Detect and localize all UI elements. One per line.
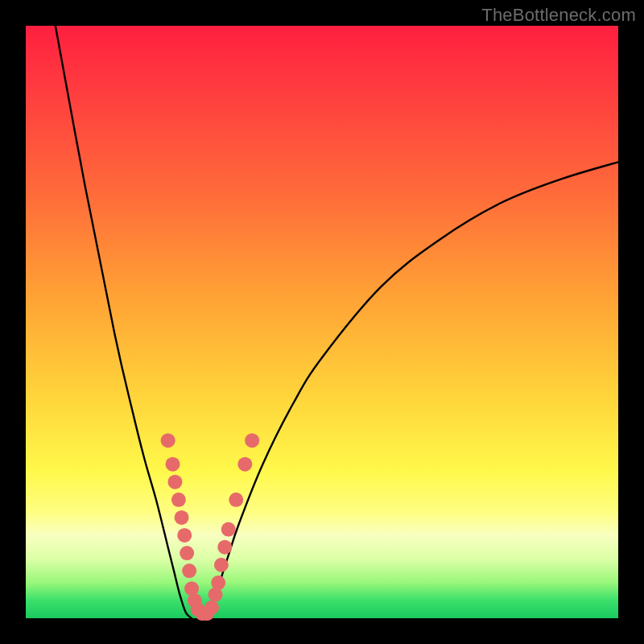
outer-frame: TheBottleneck.com [0,0,644,644]
curve-left-arm [56,26,192,618]
data-marker [245,433,259,448]
data-marker [182,564,196,578]
plot-area [26,26,618,618]
data-marker [180,546,194,560]
data-marker [229,493,243,507]
data-marker [161,433,175,448]
curve-right-arm [204,162,618,618]
data-marker [175,510,189,525]
data-marker [167,475,182,489]
data-marker [237,457,252,472]
data-marker [211,576,225,590]
data-marker [166,457,180,472]
data-marker [221,522,236,537]
data-marker [217,540,232,555]
data-marker [177,528,192,543]
curve-layer [56,26,618,618]
data-marker [214,558,229,572]
marker-layer [161,433,260,621]
data-marker [204,601,219,615]
chart-svg [26,26,618,618]
watermark-text: TheBottleneck.com [481,5,636,26]
data-marker [171,493,186,507]
